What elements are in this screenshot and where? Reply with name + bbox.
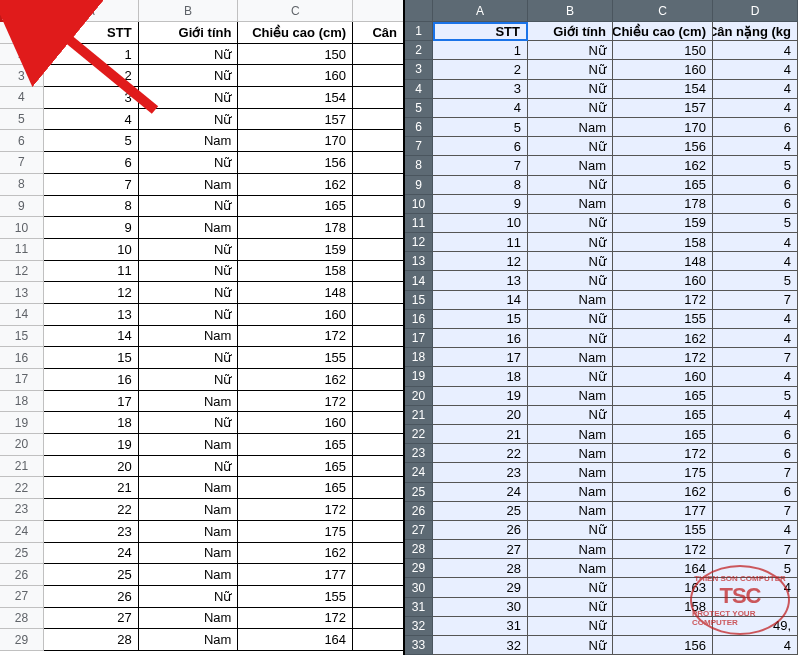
cell-cn[interactable] bbox=[353, 543, 403, 565]
cell-stt[interactable]: 16 bbox=[44, 369, 139, 391]
cell-cc[interactable]: 172 bbox=[613, 291, 713, 310]
row-header[interactable]: 7 bbox=[405, 137, 433, 156]
cell-cn[interactable]: 5 bbox=[713, 271, 798, 290]
cell-cn[interactable] bbox=[353, 282, 403, 304]
cell-cn[interactable]: 4 bbox=[713, 60, 798, 79]
cell-stt[interactable]: 10 bbox=[44, 239, 139, 261]
cell-gt[interactable]: Nữ bbox=[528, 578, 613, 597]
cell-header-cn[interactable]: Cân bbox=[353, 22, 403, 44]
cell-gt[interactable]: Nam bbox=[528, 502, 613, 521]
cell-gt[interactable]: Nữ bbox=[139, 152, 239, 174]
cell-stt[interactable]: 7 bbox=[433, 156, 528, 175]
cell-cc[interactable]: 165 bbox=[613, 176, 713, 195]
cell-cc[interactable]: 172 bbox=[613, 348, 713, 367]
cell-cc[interactable]: 178 bbox=[613, 195, 713, 214]
cell-gt[interactable]: Nam bbox=[139, 608, 239, 630]
cell-cc[interactable]: 162 bbox=[238, 369, 353, 391]
cell-stt[interactable]: 28 bbox=[433, 559, 528, 578]
cell-cn[interactable] bbox=[353, 608, 403, 630]
row-header[interactable]: 13 bbox=[0, 282, 44, 304]
row-header[interactable]: 2 bbox=[405, 41, 433, 60]
row-header[interactable]: 10 bbox=[405, 195, 433, 214]
col-header-D[interactable] bbox=[353, 0, 403, 22]
cell-stt[interactable]: 8 bbox=[44, 196, 139, 218]
cell-cc[interactable]: 177 bbox=[238, 564, 353, 586]
cell-gt[interactable]: Nữ bbox=[139, 412, 239, 434]
cell-cn[interactable] bbox=[353, 130, 403, 152]
cell-header-stt[interactable]: STT bbox=[44, 22, 139, 44]
cell-cn[interactable] bbox=[353, 304, 403, 326]
row-header[interactable]: 30 bbox=[405, 578, 433, 597]
row-header[interactable]: 14 bbox=[405, 271, 433, 290]
col-header-D[interactable]: D bbox=[713, 0, 798, 22]
cell-stt[interactable]: 17 bbox=[44, 391, 139, 413]
cell-stt[interactable]: 25 bbox=[433, 502, 528, 521]
cell-gt[interactable]: Nam bbox=[139, 130, 239, 152]
cell-stt[interactable]: 30 bbox=[433, 598, 528, 617]
cell-gt[interactable]: Nam bbox=[528, 483, 613, 502]
cell-gt[interactable]: Nữ bbox=[528, 367, 613, 386]
cell-header-gt[interactable]: Giới tính bbox=[528, 22, 613, 41]
cell-stt[interactable]: 1 bbox=[44, 44, 139, 66]
cell-cc[interactable]: 165 bbox=[238, 477, 353, 499]
row-header[interactable]: 15 bbox=[405, 291, 433, 310]
row-header[interactable]: 19 bbox=[405, 367, 433, 386]
cell-cc[interactable]: 160 bbox=[613, 60, 713, 79]
cell-stt[interactable]: 15 bbox=[433, 310, 528, 329]
cell-cn[interactable]: 7 bbox=[713, 348, 798, 367]
cell-cn[interactable] bbox=[353, 586, 403, 608]
cell-stt[interactable]: 4 bbox=[44, 109, 139, 131]
cell-cc[interactable]: 178 bbox=[238, 217, 353, 239]
cell-cc[interactable]: 162 bbox=[613, 156, 713, 175]
cell-gt[interactable]: Nam bbox=[528, 291, 613, 310]
cell-gt[interactable]: Nữ bbox=[528, 252, 613, 271]
cell-cn[interactable] bbox=[353, 564, 403, 586]
row-header[interactable]: 32 bbox=[405, 617, 433, 636]
cell-gt[interactable]: Nữ bbox=[139, 369, 239, 391]
cell-cn[interactable] bbox=[353, 44, 403, 66]
cell-header-cn[interactable]: Cân nặng (kg bbox=[713, 22, 798, 41]
row-header[interactable]: 2 bbox=[0, 44, 44, 66]
cell-gt[interactable]: Nam bbox=[139, 629, 239, 651]
cell-stt[interactable]: 7 bbox=[44, 174, 139, 196]
cell-gt[interactable]: Nữ bbox=[528, 99, 613, 118]
cell-cc[interactable]: 165 bbox=[238, 196, 353, 218]
cell-cn[interactable] bbox=[353, 326, 403, 348]
row-header[interactable]: 8 bbox=[405, 156, 433, 175]
cell-cc[interactable]: 155 bbox=[613, 521, 713, 540]
cell-cn[interactable]: 5 bbox=[713, 214, 798, 233]
row-header[interactable]: 26 bbox=[405, 502, 433, 521]
cell-stt[interactable]: 24 bbox=[433, 483, 528, 502]
cell-gt[interactable]: Nữ bbox=[139, 44, 239, 66]
cell-cc[interactable]: 165 bbox=[613, 387, 713, 406]
cell-gt[interactable]: Nữ bbox=[139, 586, 239, 608]
cell-stt[interactable]: 11 bbox=[44, 261, 139, 283]
cell-cc[interactable]: 164 bbox=[238, 629, 353, 651]
cell-stt[interactable]: 31 bbox=[433, 617, 528, 636]
cell-stt[interactable]: 18 bbox=[433, 367, 528, 386]
cell-cc[interactable]: 175 bbox=[238, 521, 353, 543]
row-header[interactable]: 21 bbox=[0, 456, 44, 478]
cell-gt[interactable]: Nam bbox=[139, 499, 239, 521]
cell-gt[interactable]: Nam bbox=[139, 217, 239, 239]
cell-cn[interactable]: 6 bbox=[713, 425, 798, 444]
row-header[interactable]: 13 bbox=[405, 252, 433, 271]
cell-cc[interactable]: 159 bbox=[613, 214, 713, 233]
cell-cn[interactable] bbox=[353, 629, 403, 651]
cell-cc[interactable]: 160 bbox=[238, 65, 353, 87]
cell-gt[interactable]: Nữ bbox=[528, 80, 613, 99]
cell-cn[interactable]: 4 bbox=[713, 329, 798, 348]
cell-cc[interactable]: 162 bbox=[613, 483, 713, 502]
cell-cc[interactable]: 160 bbox=[613, 367, 713, 386]
cell-cc[interactable]: 148 bbox=[238, 282, 353, 304]
cell-gt[interactable]: Nữ bbox=[528, 176, 613, 195]
row-header[interactable]: 9 bbox=[405, 176, 433, 195]
cell-stt[interactable]: 10 bbox=[433, 214, 528, 233]
cell-cc[interactable]: 172 bbox=[238, 391, 353, 413]
cell-stt[interactable]: 29 bbox=[433, 578, 528, 597]
cell-cn[interactable] bbox=[353, 261, 403, 283]
row-header[interactable]: 12 bbox=[0, 261, 44, 283]
cell-stt[interactable]: 19 bbox=[433, 387, 528, 406]
cell-stt[interactable]: 22 bbox=[433, 444, 528, 463]
cell-cn[interactable] bbox=[353, 152, 403, 174]
